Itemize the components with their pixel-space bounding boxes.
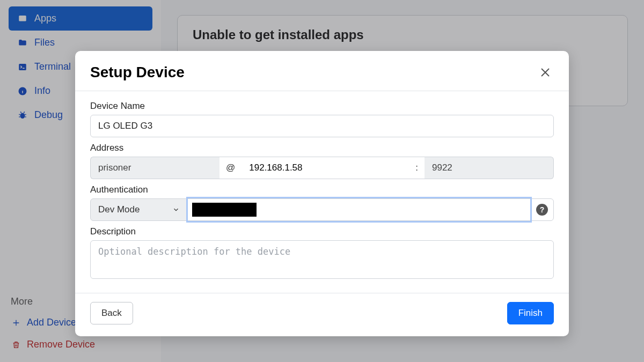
setup-device-modal: Setup Device Device Name Address @ : Aut… <box>75 51 569 336</box>
address-at-separator: @ <box>219 157 241 179</box>
close-button[interactable] <box>537 64 554 81</box>
auth-help-button[interactable]: ? <box>530 198 554 221</box>
authentication-row: Dev Mode ? <box>90 198 554 221</box>
device-name-input[interactable] <box>90 115 554 137</box>
auth-value-redacted <box>192 203 257 217</box>
authentication-label: Authentication <box>90 184 554 195</box>
auth-mode-selected: Dev Mode <box>98 204 140 215</box>
address-label: Address <box>90 143 554 153</box>
close-icon <box>539 66 552 79</box>
back-button[interactable]: Back <box>90 302 133 324</box>
help-icon: ? <box>536 204 548 216</box>
device-name-label: Device Name <box>90 101 554 112</box>
auth-value-input[interactable] <box>188 198 530 221</box>
description-textarea[interactable] <box>90 240 554 279</box>
modal-footer: Back Finish <box>75 293 569 336</box>
address-ip-input[interactable] <box>241 157 409 179</box>
chevron-down-icon <box>172 206 180 213</box>
address-user-input[interactable] <box>90 157 219 179</box>
modal-overlay[interactable]: Setup Device Device Name Address @ : Aut… <box>0 0 644 362</box>
address-row: @ : <box>90 157 554 179</box>
finish-button[interactable]: Finish <box>507 302 554 324</box>
address-port-input[interactable] <box>425 157 554 179</box>
modal-body: Device Name Address @ : Authentication D… <box>75 91 569 293</box>
address-colon-separator: : <box>409 157 425 179</box>
modal-title: Setup Device <box>90 64 185 81</box>
description-label: Description <box>90 226 554 237</box>
modal-header: Setup Device <box>75 51 569 91</box>
auth-mode-select[interactable]: Dev Mode <box>90 198 188 221</box>
